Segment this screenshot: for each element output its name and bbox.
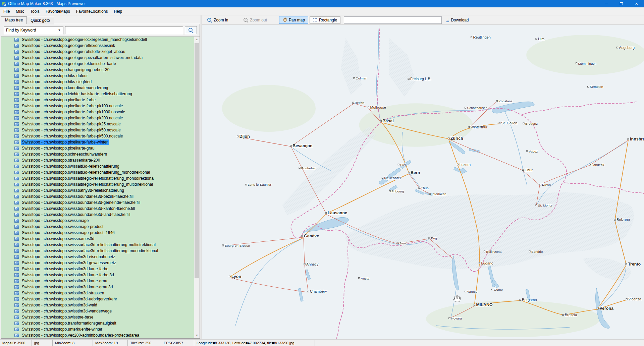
zoom-in-label: Zoom in [214,18,228,22]
tree-item[interactable]: Swisstopo - ch.swisstopo.pixelkarte-farb… [1,133,194,139]
map-layer-icon [14,255,19,259]
scroll-down-icon[interactable]: ▼ [194,333,200,338]
tree-item[interactable]: Swisstopo - ch.swisstopo.swissaltiregio-… [1,181,194,187]
map-city-dot [540,184,541,185]
tree-item[interactable]: Swisstopo - ch.swisstopo.hangneigung-ueb… [1,67,194,73]
tree-item[interactable]: Swisstopo - ch.swisstopo.geologie-spezia… [1,55,194,61]
tree-item[interactable]: Swisstopo - ch.swisstopo.swissboundaries… [1,212,194,218]
tree-item[interactable]: Swisstopo - ch.swisstopo.swissbathy3d-re… [1,187,194,193]
tree-item[interactable]: Swisstopo - ch.swisstopo.pixelkarte-farb… [1,121,194,127]
maximize-button[interactable] [614,0,629,7]
tree-item[interactable]: Swisstopo - ch.swisstopo.swisssurface3d-… [1,248,194,254]
tree-item[interactable]: Swisstopo - ch.swisstopo.swissaltiregio-… [1,175,194,181]
tree-item[interactable]: Swisstopo - ch.swisstopo.pixelkarte-farb… [1,127,194,133]
map-canvas[interactable]: ColmarFreiburg i. B.ReutlingenUlmAugsbur… [202,25,644,339]
left-panel: Maps tree Quick goto Find by Keyword ▼ S… [0,15,201,339]
search-mode-dropdown[interactable]: Find by Keyword ▼ [4,26,63,34]
title-bar: Offline Map Maker 8.363 - Maps Previewer… [0,0,644,7]
tree-item[interactable]: Swisstopo - ch.swisstopo.swisstlm3d-wand… [1,308,194,314]
tree-item[interactable]: Swisstopo - ch.swisstopo.swissimage-prod… [1,224,194,230]
tree-item-label: Swisstopo - ch.swisstopo.pixelkarte-farb… [21,127,122,133]
tree-item[interactable]: Swisstopo - ch.swisstopo.hiks-dufour [1,73,194,79]
map-city-label: Innsbruck [630,137,644,141]
map-city-dot [520,299,521,300]
search-button[interactable] [185,26,197,34]
tree-item[interactable]: Swisstopo - ch.swisstopo.swisssurface3d-… [1,242,194,248]
tree-item[interactable]: Swisstopo - ch.swisstopo.swisstne-base [1,314,194,320]
tree-item-label: Swisstopo - ch.swisstopo.schneeschuhwand… [21,152,108,157]
tree-item[interactable]: Swisstopo - ch.swisstopo.pixelkarte-farb… [1,97,194,103]
tree-item-label: Swisstopo - ch.swisstopo.pixelkarte-grau [21,146,96,151]
tab-quick-goto[interactable]: Quick goto [26,17,54,24]
tree-item[interactable]: Swisstopo - ch.swisstopo.swisstlm3d-uebr… [1,296,194,302]
status-tile-size: TileSize: 256 [128,340,161,346]
map-layer-icon [14,171,19,174]
scroll-up-icon[interactable]: ▲ [194,37,200,42]
tree-outer: Swisstopo - ch.swisstopo.geologie-locker… [1,36,200,338]
tree-item[interactable]: Swisstopo - ch.swisstopo.swissnames3d [1,236,194,242]
tree-item[interactable]: Swisstopo - ch.swisstopo.pixelkarte-farb… [1,103,194,109]
map-city-dot [380,120,381,122]
tree-item[interactable]: Swisstopo - ch.swisstopo.swissalti3d-rel… [1,163,194,169]
tree-item[interactable]: Swisstopo - ch.swisstopo.koordinatenaend… [1,85,194,91]
tree-item[interactable]: Swisstopo - ch.swisstopo.geologie-tekton… [1,61,194,67]
tree-item[interactable]: Swisstopo - ch.swisstopo.swisstlm3d-kart… [1,284,194,290]
tree-item[interactable]: Swisstopo - ch.swisstopo.swissimage-prod… [1,230,194,236]
menu-item-favoritelocations[interactable]: FavoriteLocations [73,7,111,15]
tree-item[interactable]: Swisstopo - ch.swisstopo.geologie-locker… [1,37,194,43]
menu-item-tools[interactable]: Tools [27,7,43,15]
tree-item[interactable]: Swisstopo - ch.swisstopo.unterkuenfte-wi… [1,326,194,332]
map-city-dot [408,172,410,173]
pan-map-button[interactable]: Pan map [279,16,308,24]
zoom-out-button[interactable]: − Zoom out [240,16,270,24]
map-layer-icon [14,86,19,90]
tree-item[interactable]: Swisstopo - ch.swisstopo.swisstlm3d-gewa… [1,260,194,266]
map-city-label: Neuchâtel [384,176,400,180]
tab-maps-tree[interactable]: Maps tree [1,16,27,24]
tree-item[interactable]: Swisstopo - ch.swisstopo.schneeschuhwand… [1,151,194,157]
download-button[interactable]: ↓ Download [443,16,472,24]
tree-item[interactable]: Swisstopo - ch.swisstopo.swisstlm3d-eise… [1,254,194,260]
scrollbar-thumb[interactable] [195,43,199,278]
map-city-label: Bourg-en-Bresse [225,244,250,247]
menu-item-misc[interactable]: Misc [13,7,27,15]
tree-item[interactable]: Swisstopo - ch.swisstopo.geologie-reflex… [1,43,194,49]
tree-item[interactable]: Swisstopo - ch.swisstopo.swisstlm3d-kart… [1,272,194,278]
map-city-label: Dijon [239,134,250,139]
map-city-dot [382,177,383,179]
tree-item[interactable]: Swisstopo - ch.swisstopo.swissalti3d-rel… [1,169,194,175]
tree-item[interactable]: Swisstopo - ch.swisstopo.pixelkarte-grau [1,145,194,151]
tree-item[interactable]: Swisstopo - ch.swisstopo.leichte-basiska… [1,91,194,97]
tree-item[interactable]: Swisstopo - ch.swisstopo.swissboundaries… [1,199,194,206]
map-layer-icon [14,273,19,277]
map-city-dot [628,138,629,140]
close-button[interactable]: ✕ [629,0,644,7]
tree-item[interactable]: Swisstopo - ch.swisstopo.swissboundaries… [1,193,194,199]
menu-item-favoritemaps[interactable]: FavoriteMaps [43,7,73,15]
tree-item[interactable]: Swisstopo - ch.swisstopo.pixelkarte-farb… [1,139,194,145]
search-input[interactable] [65,26,183,34]
map-city-label: Sondrio [531,250,543,253]
tree-item[interactable]: Swisstopo - ch.swisstopo.swisstlm3d-stra… [1,290,194,296]
menu-item-file[interactable]: File [0,7,13,15]
minimize-button[interactable] [599,0,614,7]
map-city-dot [457,164,459,165]
tree-item[interactable]: Swisstopo - ch.swisstopo.swissimage [1,218,194,224]
tree-item[interactable]: Swisstopo - ch.swisstopo.swisstlm3d-kart… [1,278,194,284]
tree-scrollbar[interactable]: ▲ ▼ [194,37,200,338]
zoom-in-button[interactable]: + Zoom in [204,16,231,24]
tree-item[interactable]: Swisstopo - ch.swisstopo.hiks-siegfried [1,79,194,85]
tree-item[interactable]: Swisstopo - ch.swisstopo.vec200-adminbou… [1,332,194,338]
menu-item-help[interactable]: Help [111,7,125,15]
tree-item[interactable]: Swisstopo - ch.swisstopo.swisstlm3d-kart… [1,266,194,272]
tree-item[interactable]: Swisstopo - ch.swisstopo.transformations… [1,320,194,326]
tree-item[interactable]: Swisstopo - ch.swisstopo.geologie-rohsto… [1,49,194,55]
tree-item[interactable]: Swisstopo - ch.swisstopo.swisstlm3d-wald [1,302,194,308]
tree-item[interactable]: Swisstopo - ch.swisstopo.strassenkarte-2… [1,157,194,163]
tree-item[interactable]: Swisstopo - ch.swisstopo.pixelkarte-farb… [1,115,194,121]
tree-item[interactable]: Swisstopo - ch.swisstopo.pixelkarte-farb… [1,109,194,115]
tree-item[interactable]: Swisstopo - ch.swisstopo.swissboundaries… [1,206,194,212]
rectangle-button[interactable]: Rectangle [310,16,340,24]
map-city-dot [448,138,449,139]
toolbar-input[interactable] [344,16,442,24]
